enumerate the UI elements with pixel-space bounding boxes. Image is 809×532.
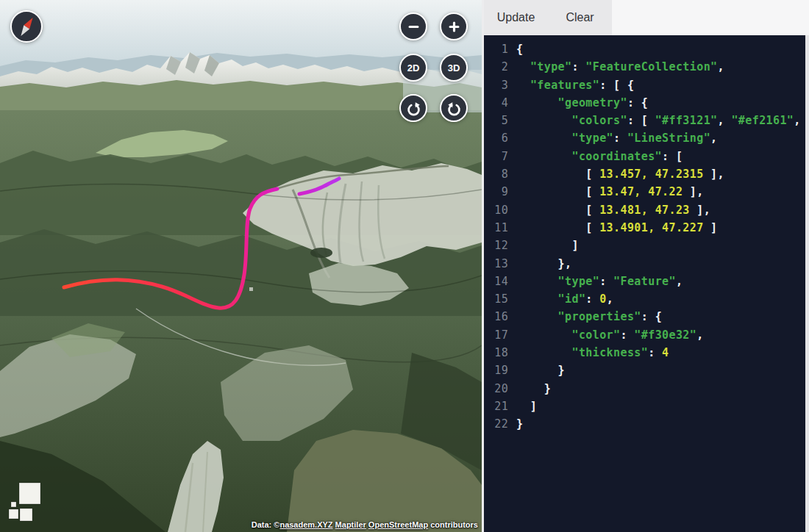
line-number: 6 xyxy=(484,129,508,147)
code-line: 15 "id": 0, xyxy=(484,290,809,308)
attribution-link[interactable]: Maptiler xyxy=(335,520,366,529)
plus-icon xyxy=(442,15,466,39)
code-line: 10 [ 13.481, 47.23 ], xyxy=(484,201,809,219)
code-line: 21 ] xyxy=(484,398,809,415)
code-line: 11 [ 13.4901, 47.227 ] xyxy=(484,219,809,237)
line-number: 22 xyxy=(484,415,508,433)
compass-button[interactable] xyxy=(10,10,43,43)
code-line: 16 "properties": { xyxy=(484,308,809,326)
code-line: 19 } xyxy=(484,362,809,379)
code-line: 3 "features": [ { xyxy=(484,76,809,94)
line-number: 5 xyxy=(484,112,508,129)
line-number: 2 xyxy=(484,58,508,76)
code-line: 13 }, xyxy=(484,255,809,273)
line-number: 3 xyxy=(484,76,508,94)
map-3d-view[interactable]: 2D 3D xyxy=(0,0,482,532)
line-number: 10 xyxy=(484,201,508,219)
code-line: 5 "colors": [ "#ff3121", "#ef2161", xyxy=(484,112,809,129)
mode-3d-button[interactable]: 3D xyxy=(440,54,468,82)
mode-2d-button[interactable]: 2D xyxy=(399,54,427,82)
map-tiles-artifact-icon xyxy=(6,479,46,525)
rotate-ccw-button[interactable] xyxy=(440,94,468,122)
line-number: 21 xyxy=(484,398,508,415)
zoom-out-button[interactable] xyxy=(399,12,427,40)
geojson-editor[interactable]: 1{2 "type": "FeatureCollection",3 "featu… xyxy=(484,35,809,532)
code-line: 9 [ 13.47, 47.22 ], xyxy=(484,183,809,201)
attribution-link[interactable]: nasadem.XYZ xyxy=(279,520,332,529)
minus-icon xyxy=(402,15,426,39)
code-panel: Update Clear 1{2 "type": "FeatureCollect… xyxy=(482,0,809,532)
rotate-clockwise-icon xyxy=(402,96,426,121)
code-line: 4 "geometry": { xyxy=(484,94,809,112)
code-line: 17 "color": "#f30e32", xyxy=(484,326,809,344)
line-number: 11 xyxy=(484,219,508,237)
line-number: 14 xyxy=(484,273,508,290)
code-line: 8 [ 13.457, 47.2315 ], xyxy=(484,165,809,183)
attribution-link[interactable]: OpenStreetMap xyxy=(368,520,428,529)
clear-button[interactable]: Clear xyxy=(548,0,612,35)
line-number: 16 xyxy=(484,308,508,326)
line-number: 4 xyxy=(484,94,508,112)
line-number: 17 xyxy=(484,326,508,344)
toolbar-button-group: Update Clear xyxy=(484,0,612,35)
line-number: 13 xyxy=(484,255,508,273)
code-line: 2 "type": "FeatureCollection", xyxy=(484,58,809,76)
line-number: 1 xyxy=(484,40,508,58)
code-line: 20 } xyxy=(484,380,809,398)
zoom-in-button[interactable] xyxy=(440,12,468,40)
code-line: 12 ] xyxy=(484,237,809,254)
editor-toolbar: Update Clear xyxy=(484,0,809,35)
line-number: 20 xyxy=(484,380,508,398)
code-line: 18 "thickness": 4 xyxy=(484,344,809,362)
line-number: 19 xyxy=(484,362,508,379)
code-line: 1{ xyxy=(484,40,809,58)
code-lines: 1{2 "type": "FeatureCollection",3 "featu… xyxy=(484,40,809,434)
editor-scrollbar[interactable] xyxy=(805,35,809,532)
app-window: 2D 3D xyxy=(0,0,809,532)
attribution-text: contributors xyxy=(428,520,478,529)
compass-needle-icon xyxy=(13,12,41,41)
rotate-counterclockwise-icon xyxy=(442,96,466,121)
code-line: 7 "coordinates": [ xyxy=(484,148,809,165)
map-attribution: Data: ©nasadem.XYZ Maptiler OpenStreetMa… xyxy=(252,520,478,529)
update-button[interactable]: Update xyxy=(484,0,548,35)
rotate-cw-button[interactable] xyxy=(399,94,427,122)
line-number: 9 xyxy=(484,183,508,201)
line-number: 15 xyxy=(484,290,508,308)
code-line: 22} xyxy=(484,415,809,433)
mode-3d-label: 3D xyxy=(448,62,460,73)
line-number: 12 xyxy=(484,237,508,254)
line-number: 7 xyxy=(484,148,508,165)
code-line: 14 "type": "Feature", xyxy=(484,273,809,290)
line-number: 8 xyxy=(484,165,508,183)
mode-2d-label: 2D xyxy=(407,62,420,73)
attribution-text: Data: © xyxy=(252,520,280,529)
line-number: 18 xyxy=(484,344,508,362)
code-line: 6 "type": "LineString", xyxy=(484,129,809,147)
